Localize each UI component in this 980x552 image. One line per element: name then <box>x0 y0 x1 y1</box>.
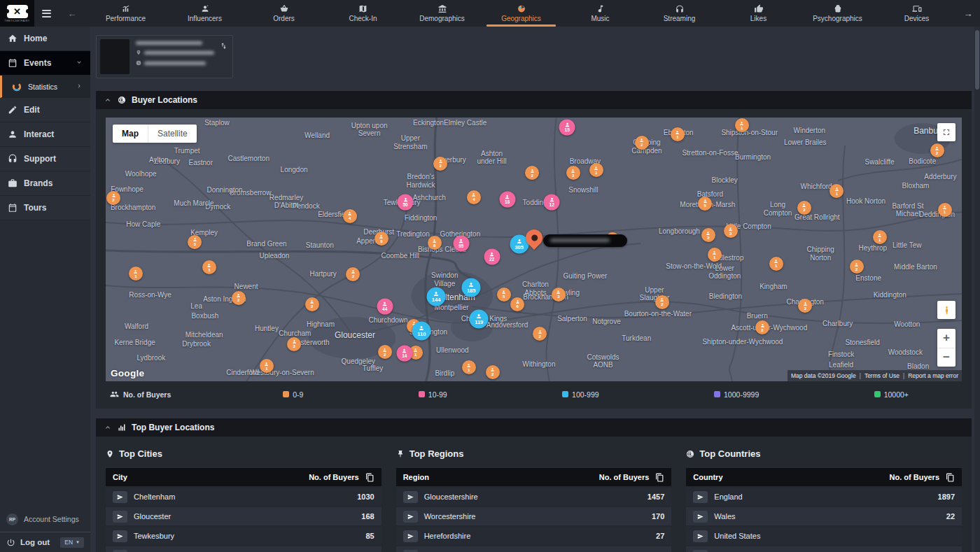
sidebar-item-edit[interactable]: Edit <box>0 98 90 122</box>
navigate-location-button[interactable] <box>113 511 127 523</box>
buyer-cluster-marker[interactable]: 1 <box>735 118 749 132</box>
buyer-cluster-marker[interactable]: 2 <box>755 320 769 334</box>
navigate-location-button[interactable] <box>403 530 418 542</box>
buyer-cluster-marker[interactable]: 144 <box>427 287 446 306</box>
tab-performance[interactable]: Performance <box>86 0 165 27</box>
buyer-cluster-marker[interactable]: 3 <box>724 224 738 238</box>
buyer-cluster-marker[interactable]: 2 <box>701 228 715 242</box>
hamburger-menu-icon[interactable] <box>34 0 58 27</box>
google-logo[interactable]: Google <box>111 368 144 378</box>
sidebar-item-tours[interactable]: Tours <box>0 196 90 220</box>
buyer-cluster-marker[interactable]: 2 <box>106 191 120 205</box>
tab-psychographics[interactable]: Psychographics <box>798 0 877 27</box>
venue-location-pin[interactable] <box>526 229 542 246</box>
navigate-location-button[interactable] <box>403 550 418 552</box>
buyer-cluster-marker[interactable]: 1 <box>202 260 216 274</box>
buyer-cluster-marker[interactable]: 2 <box>525 166 539 180</box>
tab-music[interactable]: Music <box>561 0 640 27</box>
language-dropdown[interactable]: EN ▼ <box>60 537 84 548</box>
buyer-cluster-marker[interactable]: 4 <box>467 190 481 204</box>
copy-icon[interactable] <box>946 473 955 482</box>
buyer-cluster-marker[interactable]: 22 <box>484 249 500 265</box>
buyer-cluster-marker[interactable]: 1 <box>830 184 844 198</box>
buyer-cluster-marker[interactable]: 110 <box>412 321 431 340</box>
buyer-cluster-marker[interactable]: 2 <box>378 345 392 359</box>
buyer-cluster-marker[interactable]: 12 <box>544 194 560 211</box>
buyer-cluster-marker[interactable]: 2 <box>850 260 864 274</box>
buyer-cluster-marker[interactable]: 1 <box>873 230 887 244</box>
buyer-cluster-marker[interactable]: 185 <box>462 278 481 297</box>
fullscreen-button[interactable] <box>937 123 955 141</box>
tab-demographics[interactable]: Demographics <box>402 0 482 27</box>
buyer-cluster-marker[interactable]: 5 <box>497 288 511 302</box>
logout-button[interactable]: Log out EN ▼ <box>0 532 90 552</box>
buyer-cluster-marker[interactable]: 1 <box>260 359 274 373</box>
tab-orders[interactable]: Orders <box>244 0 323 27</box>
sidebar-item-statistics[interactable]: Statistics <box>0 76 90 98</box>
buyer-cluster-marker[interactable]: 1 <box>129 267 143 281</box>
buyer-cluster-marker[interactable]: 44 <box>377 298 393 314</box>
buyer-cluster-marker[interactable]: 1 <box>769 257 783 271</box>
buyer-cluster-marker[interactable]: 1 <box>708 248 722 262</box>
forward-arrow-icon[interactable]: → <box>956 0 980 27</box>
buyer-cluster-marker[interactable]: 3 <box>552 288 566 302</box>
report-map-error-link[interactable]: Report a map error <box>908 372 958 379</box>
sidebar-item-interact[interactable]: Interact <box>0 122 90 147</box>
zoom-out-button[interactable]: − <box>937 348 955 367</box>
sidebar-item-home[interactable]: Home <box>0 27 90 51</box>
navigate-location-button[interactable] <box>693 491 708 503</box>
map-canvas[interactable]: StaplowTrumpetEastnorLedburyCastlemorton… <box>106 118 962 381</box>
buyer-cluster-marker[interactable]: 2 <box>232 291 246 305</box>
navigate-location-button[interactable] <box>403 491 418 503</box>
buyer-cluster-marker[interactable]: 1 <box>462 360 476 374</box>
buyer-cluster-marker[interactable]: 2 <box>635 136 649 150</box>
event-summary-card[interactable] <box>96 35 233 78</box>
navigate-location-button[interactable] <box>693 511 708 523</box>
map-type-map-button[interactable]: Map <box>113 125 148 143</box>
scrollbar-thumb[interactable] <box>975 30 979 90</box>
buyer-cluster-marker[interactable]: 2 <box>305 297 319 311</box>
collapse-chevron-icon[interactable] <box>104 96 112 104</box>
sidebar-item-brands[interactable]: Brands <box>0 171 90 196</box>
account-settings[interactable]: RP Account Settings <box>0 507 90 532</box>
buyer-cluster-marker[interactable]: 50 <box>398 194 414 211</box>
buyer-cluster-marker[interactable]: 3 <box>188 235 202 249</box>
tab-check-in[interactable]: Check-In <box>323 0 402 27</box>
collapse-chevron-icon[interactable] <box>104 423 112 432</box>
navigate-location-button[interactable] <box>693 550 708 552</box>
buyer-cluster-marker[interactable]: 5 <box>698 197 712 211</box>
navigate-location-button[interactable] <box>113 530 127 542</box>
buyer-cluster-marker[interactable]: 15 <box>559 119 575 135</box>
tab-likes[interactable]: Likes <box>719 0 798 27</box>
buyer-cluster-marker[interactable]: 119 <box>470 310 489 329</box>
buyer-cluster-marker[interactable]: 2 <box>533 327 547 341</box>
buyer-cluster-marker[interactable]: 2 <box>930 143 944 157</box>
buyer-cluster-marker[interactable]: 2 <box>433 157 447 171</box>
buyer-cluster-marker[interactable]: 2 <box>346 267 360 281</box>
navigate-location-button[interactable] <box>693 530 708 542</box>
sidebar-item-events[interactable]: Events <box>0 51 90 76</box>
buyer-cluster-marker[interactable]: 14 <box>396 346 412 362</box>
back-arrow-icon[interactable]: ← <box>58 0 86 27</box>
navigate-location-button[interactable] <box>113 491 127 503</box>
tab-geographics[interactable]: Geographics <box>482 0 561 27</box>
buyer-cluster-marker[interactable]: 8 <box>428 236 442 250</box>
buyer-cluster-marker[interactable]: 95 <box>453 235 469 251</box>
buyer-cluster-marker[interactable]: 1 <box>938 203 952 217</box>
pegman-street-view-button[interactable] <box>937 301 955 319</box>
buyer-cluster-marker[interactable]: 1 <box>671 127 685 141</box>
copy-icon[interactable] <box>655 473 664 482</box>
buyer-cluster-marker[interactable]: 4 <box>343 209 357 223</box>
vertical-scrollbar[interactable] <box>974 27 980 552</box>
buyer-cluster-marker[interactable]: 3 <box>287 337 301 351</box>
buyer-cluster-marker[interactable]: 2 <box>655 295 669 309</box>
buyer-cluster-marker[interactable]: 3 <box>798 299 812 313</box>
terms-of-use-link[interactable]: Terms of Use <box>864 372 899 379</box>
copy-icon[interactable] <box>365 473 374 482</box>
buyer-cluster-marker[interactable]: 1 <box>589 163 603 177</box>
zoom-in-button[interactable]: + <box>937 329 955 348</box>
buyer-cluster-marker[interactable]: 2 <box>797 201 811 215</box>
map-type-satellite-button[interactable]: Satellite <box>148 125 197 143</box>
buyer-cluster-marker[interactable]: 3 <box>566 166 580 180</box>
tab-streaming[interactable]: Streaming <box>640 0 719 27</box>
